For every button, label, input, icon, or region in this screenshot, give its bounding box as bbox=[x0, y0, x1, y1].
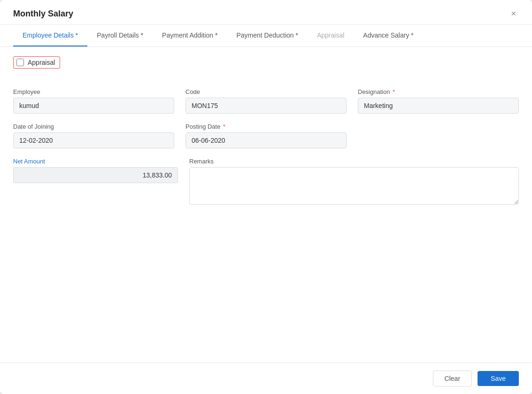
remarks-textarea[interactable] bbox=[189, 167, 519, 205]
posting-date-input[interactable] bbox=[185, 132, 347, 148]
employee-details-form: Employee Code Designation * Date of J bbox=[13, 88, 519, 205]
date-of-joining-input[interactable] bbox=[13, 132, 174, 148]
net-amount-label: Net Amount bbox=[13, 158, 178, 165]
form-row-1: Employee Code Designation * bbox=[13, 88, 519, 114]
tab-employee-details[interactable]: Employee Details * bbox=[13, 25, 87, 46]
tab-payment-addition[interactable]: Payment Addition * bbox=[153, 25, 227, 46]
appraisal-label: Appraisal bbox=[28, 59, 55, 66]
designation-input[interactable] bbox=[358, 98, 519, 114]
net-amount-group: Net Amount bbox=[13, 158, 178, 205]
monthly-salary-modal: Monthly Salary × Employee Details * Payr… bbox=[0, 0, 532, 394]
remarks-group: Remarks bbox=[189, 158, 519, 205]
date-of-joining-group: Date of Joining bbox=[13, 123, 174, 148]
form-row-2: Date of Joining Posting Date * bbox=[13, 123, 519, 148]
employee-input[interactable] bbox=[13, 98, 174, 114]
save-button[interactable]: Save bbox=[478, 371, 519, 386]
code-input[interactable] bbox=[185, 98, 347, 114]
appraisal-wrapper: Appraisal bbox=[13, 56, 519, 80]
form-row-3: Net Amount Remarks bbox=[13, 158, 519, 205]
appraisal-checkbox-label[interactable]: Appraisal bbox=[13, 56, 60, 69]
tab-payroll-details[interactable]: Payroll Details * bbox=[87, 25, 153, 46]
modal-header: Monthly Salary × bbox=[0, 0, 532, 25]
tab-advance-salary[interactable]: Advance Salary * bbox=[354, 25, 423, 46]
modal-title: Monthly Salary bbox=[13, 9, 73, 19]
posting-date-group: Posting Date * bbox=[185, 123, 347, 148]
tabs-row: Employee Details * Payroll Details * Pay… bbox=[0, 25, 532, 47]
tab-payment-deduction[interactable]: Payment Deduction * bbox=[227, 25, 308, 46]
employee-label: Employee bbox=[13, 88, 174, 95]
clear-button[interactable]: Clear bbox=[433, 371, 472, 386]
appraisal-checkbox[interactable] bbox=[16, 59, 24, 66]
remarks-label: Remarks bbox=[189, 158, 519, 165]
date-of-joining-label: Date of Joining bbox=[13, 123, 174, 130]
close-button[interactable]: × bbox=[508, 8, 519, 19]
employee-group: Employee bbox=[13, 88, 174, 114]
code-group: Code bbox=[185, 88, 347, 114]
tab-appraisal: Appraisal bbox=[308, 25, 354, 46]
posting-date-label: Posting Date * bbox=[185, 123, 347, 130]
modal-body: Appraisal Employee Code Designation * bbox=[0, 47, 532, 363]
designation-group: Designation * bbox=[358, 88, 519, 114]
code-label: Code bbox=[185, 88, 347, 95]
modal-footer: Clear Save bbox=[0, 363, 532, 394]
net-amount-input[interactable] bbox=[13, 167, 178, 183]
designation-label: Designation * bbox=[358, 88, 519, 95]
